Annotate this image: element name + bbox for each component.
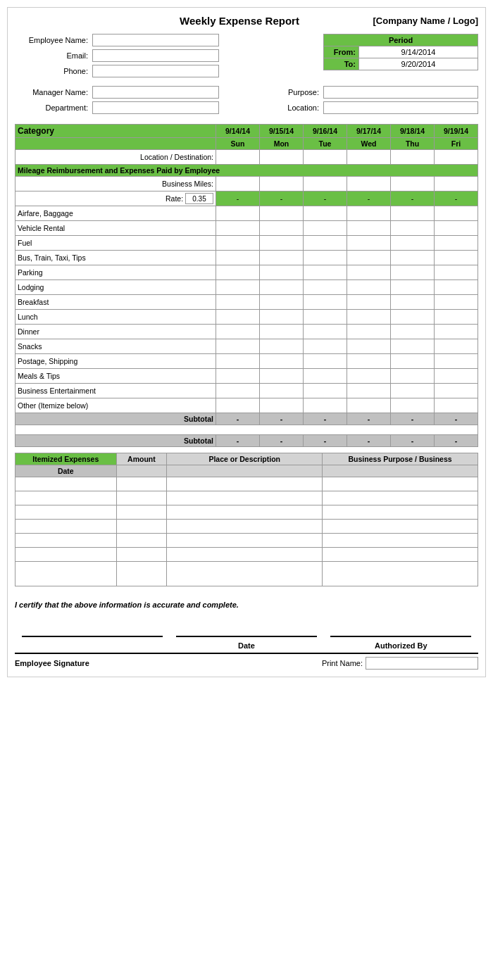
location-tue[interactable] [304, 150, 347, 165]
day-0: Sun [216, 138, 260, 150]
miles-thu[interactable] [391, 177, 435, 191]
date-2: 9/16/14 [304, 125, 347, 138]
cat-fuel: Fuel [15, 236, 216, 251]
table-row: Dinner [15, 325, 478, 339]
print-name-input[interactable] [366, 657, 478, 670]
manager-name-input[interactable] [92, 86, 219, 99]
date-3: 9/17/14 [347, 125, 391, 138]
rate-fri: - [435, 191, 478, 206]
location-mon[interactable] [260, 150, 304, 165]
date-sig-label: Date [169, 641, 323, 650]
cat-vehicle: Vehicle Rental [15, 221, 216, 236]
itemized-date-header: Date [15, 465, 117, 477]
mileage-header: Mileage Reimbursement and Expenses Paid … [15, 165, 478, 177]
spacer-row [15, 425, 478, 435]
itemized-header: Itemized Expenses [15, 453, 117, 465]
itemized-row [15, 505, 478, 520]
print-name-label: Print Name: [322, 659, 363, 667]
rate-thu: - [391, 191, 435, 206]
cat-lodging: Lodging [15, 280, 216, 295]
date-0: 9/14/14 [216, 125, 260, 138]
from-label: From: [324, 46, 359, 58]
rate-sun: - [216, 191, 260, 206]
from-date: 9/14/2014 [359, 46, 478, 58]
department-label: Department: [15, 103, 92, 112]
cat-postage: Postage, Shipping [15, 354, 216, 369]
table-row: Fuel [15, 236, 478, 251]
table-row: Breakfast [15, 295, 478, 310]
category-header: Category [15, 125, 216, 138]
authorized-sig-line [330, 623, 471, 637]
location-fri[interactable] [435, 150, 478, 165]
itemized-purpose-header: Business Purpose / Business [323, 453, 478, 465]
employee-sig-line [22, 623, 163, 637]
location-input[interactable] [323, 101, 478, 114]
day-3: Wed [347, 138, 391, 150]
day-4: Thu [391, 138, 435, 150]
miles-mon[interactable] [260, 177, 304, 191]
print-name-row: Employee Signature Print Name: [15, 653, 478, 670]
cat-bus: Bus, Train, Taxi, Tips [15, 251, 216, 265]
location-wed[interactable] [347, 150, 391, 165]
authorized-sig-label: Authorized By [324, 641, 478, 650]
date-4: 9/18/14 [391, 125, 435, 138]
cat-entertainment: Business Entertainment [15, 384, 216, 398]
subtotal-row-2: Subtotal - - - - - - [15, 435, 478, 447]
to-label: To: [324, 58, 359, 70]
location-sun[interactable] [216, 150, 260, 165]
itemized-row [15, 534, 478, 548]
sub2-tue: - [304, 435, 347, 447]
subtotal-row-1: Subtotal - - - - - - [15, 413, 478, 425]
table-row: Other (Itemize below) [15, 398, 478, 413]
page-title: Weekly Expense Report [127, 15, 351, 27]
table-row: Parking [15, 265, 478, 280]
cat-airfare: Airfare, Baggage [15, 206, 216, 221]
sub2-thu: - [391, 435, 435, 447]
table-row: Meals & Tips [15, 369, 478, 384]
email-label: Email: [15, 51, 92, 60]
date-sig-line [176, 623, 317, 637]
itemized-row-extra [15, 562, 478, 586]
itemized-row [15, 548, 478, 562]
sub2-wed: - [347, 435, 391, 447]
sub2-mon: - [260, 435, 304, 447]
phone-label: Phone: [15, 67, 92, 75]
subtotal-2-label: Subtotal [15, 435, 216, 447]
table-row: Lunch [15, 310, 478, 325]
sub1-tue: - [304, 413, 347, 425]
miles-wed[interactable] [347, 177, 391, 191]
rate-input[interactable] [185, 193, 213, 204]
cat-snacks: Snacks [15, 339, 216, 354]
miles-fri[interactable] [435, 177, 478, 191]
itemized-place-header: Place or Description [167, 453, 323, 465]
itemized-row [15, 477, 478, 491]
rate-label: Rate: [15, 191, 216, 206]
table-row: Bus, Train, Taxi, Tips [15, 251, 478, 265]
location-destination-label: Location / Destination: [15, 150, 216, 165]
sub2-fri: - [435, 435, 478, 447]
business-miles-label: Business Miles: [15, 177, 216, 191]
miles-tue[interactable] [304, 177, 347, 191]
purpose-label: Purpose: [246, 88, 323, 96]
period-header: Period [324, 34, 478, 46]
location-thu[interactable] [391, 150, 435, 165]
certify-text: I certify that the above information is … [15, 597, 478, 612]
day-5: Fri [435, 138, 478, 150]
purpose-input[interactable] [323, 86, 478, 99]
table-row: Vehicle Rental [15, 221, 478, 236]
table-row: Business Entertainment [15, 384, 478, 398]
company-name: [Company Name / Logo] [351, 15, 478, 26]
cat-meals-tips: Meals & Tips [15, 369, 216, 384]
table-row: Airfare, Baggage [15, 206, 478, 221]
date-5: 9/19/14 [435, 125, 478, 138]
employee-sig-label: Employee Signature [15, 659, 89, 667]
miles-sun[interactable] [216, 177, 260, 191]
sub1-mon: - [260, 413, 304, 425]
phone-input[interactable] [92, 65, 219, 77]
cat-breakfast: Breakfast [15, 295, 216, 310]
rate-mon: - [260, 191, 304, 206]
department-input[interactable] [92, 101, 219, 114]
employee-name-input[interactable] [92, 34, 219, 46]
email-input[interactable] [92, 49, 219, 62]
date-1: 9/15/14 [260, 125, 304, 138]
